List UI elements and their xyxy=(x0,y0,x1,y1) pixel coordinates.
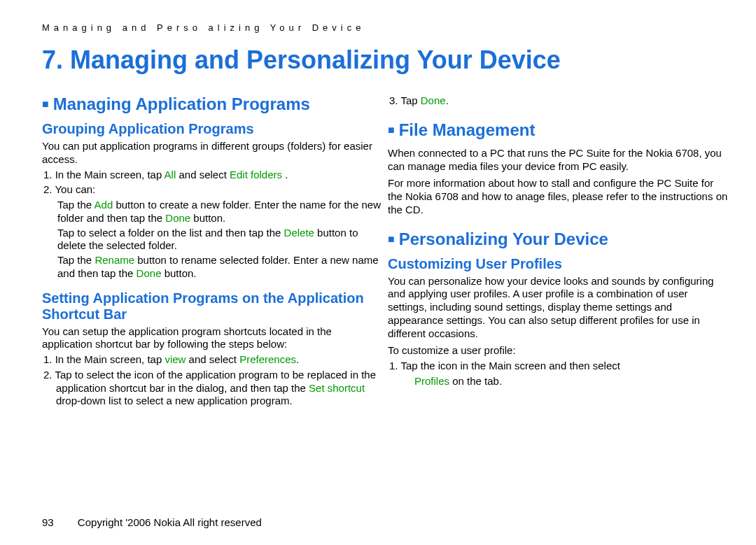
ui-label-add: Add xyxy=(94,199,113,211)
text: 1. In the Main screen, tap xyxy=(43,353,164,365)
ui-label-delete: Delete xyxy=(284,227,314,239)
section-file-management: ■File Management xyxy=(388,120,728,140)
text: 1. Tap the icon in the Main screen and t… xyxy=(389,360,620,371)
ui-label-done: Done xyxy=(421,94,446,106)
section-title-text: File Management xyxy=(399,120,536,139)
step-1: 1. In the Main screen, tap All and selec… xyxy=(56,169,382,182)
text: Tap the xyxy=(57,254,94,266)
text: Tap the xyxy=(57,199,94,211)
paragraph: When connected to a PC that runs the PC … xyxy=(388,147,728,174)
left-column: ■Managing Application Programs Grouping … xyxy=(42,92,382,410)
text: button. xyxy=(161,267,196,279)
step-3: 3. Tap Done. xyxy=(402,94,728,108)
ui-label-done: Done xyxy=(165,212,190,224)
step-2-shortcut: 2. Tap to select the icon of the applica… xyxy=(56,369,382,408)
text: drop-down list to select a new applicati… xyxy=(56,395,293,406)
copyright: Copyright '2006 Nokia All right reserved xyxy=(78,516,262,528)
square-bullet-icon: ■ xyxy=(42,98,49,110)
section-title-text: Managing Application Programs xyxy=(53,94,310,113)
heading-shortcut-bar: Setting Application Programs on the Appl… xyxy=(42,290,382,323)
square-bullet-icon: ■ xyxy=(388,124,395,136)
ui-label-done: Done xyxy=(136,267,162,279)
paragraph: You can put application programs in diff… xyxy=(42,140,382,167)
ui-label-rename: Rename xyxy=(94,254,134,266)
ui-label-edit-folders: Edit folders xyxy=(230,169,282,181)
square-bullet-icon: ■ xyxy=(388,233,395,245)
substep-add: Tap the Add button to create a new folde… xyxy=(57,199,382,225)
substep-rename: Tap the Rename button to rename selected… xyxy=(57,254,382,281)
heading-user-profiles: Customizing User Profiles xyxy=(388,256,728,272)
text: Tap to select a folder on the list and t… xyxy=(57,227,284,239)
step-1-profile-cont: Profiles on the tab. xyxy=(414,375,728,388)
running-header: Managing and Perso alizing Your Device xyxy=(42,22,728,33)
page-footer: 93 Copyright '2006 Nokia All right reser… xyxy=(42,516,262,528)
text: . xyxy=(446,94,449,106)
paragraph: You can personalize how your device look… xyxy=(388,275,728,341)
text: button. xyxy=(190,212,225,224)
paragraph: You can setup the application program sh… xyxy=(42,325,382,352)
text: 1. In the Main screen, tap xyxy=(43,169,162,181)
ui-label-all: All xyxy=(164,169,176,181)
step-2: 2. You can: xyxy=(56,183,382,197)
ui-label-profiles: Profiles xyxy=(414,375,449,387)
substep-delete: Tap to select a folder on the list and t… xyxy=(57,227,382,253)
paragraph: To customize a user profile: xyxy=(388,344,728,358)
step-1-shortcut: 1. In the Main screen, tap view and sele… xyxy=(56,353,382,367)
step-1-profile: 1. Tap the icon in the Main screen and t… xyxy=(402,360,728,373)
ui-label-set-shortcut: Set shortcut xyxy=(309,382,365,394)
section-title-text: Personalizing Your Device xyxy=(399,229,608,248)
section-personalizing: ■Personalizing Your Device xyxy=(388,229,728,249)
ui-label-preferences: Preferences xyxy=(239,353,296,365)
text: . xyxy=(285,169,288,181)
text: and select xyxy=(186,353,239,365)
page-number: 93 xyxy=(42,516,54,528)
text: . xyxy=(296,353,299,365)
chapter-title: 7. Managing and Personalizing Your Devic… xyxy=(42,45,728,75)
paragraph: For more information about how to stall … xyxy=(388,177,728,216)
text: and select xyxy=(178,169,226,181)
ui-label-view: view xyxy=(164,353,186,365)
right-column: 3. Tap Done. ■File Management When conne… xyxy=(388,92,728,410)
section-managing-apps: ■Managing Application Programs xyxy=(42,94,382,114)
text: 3. Tap xyxy=(389,94,418,106)
text: on the tab. xyxy=(449,375,502,387)
heading-grouping: Grouping Application Programs xyxy=(42,121,382,137)
